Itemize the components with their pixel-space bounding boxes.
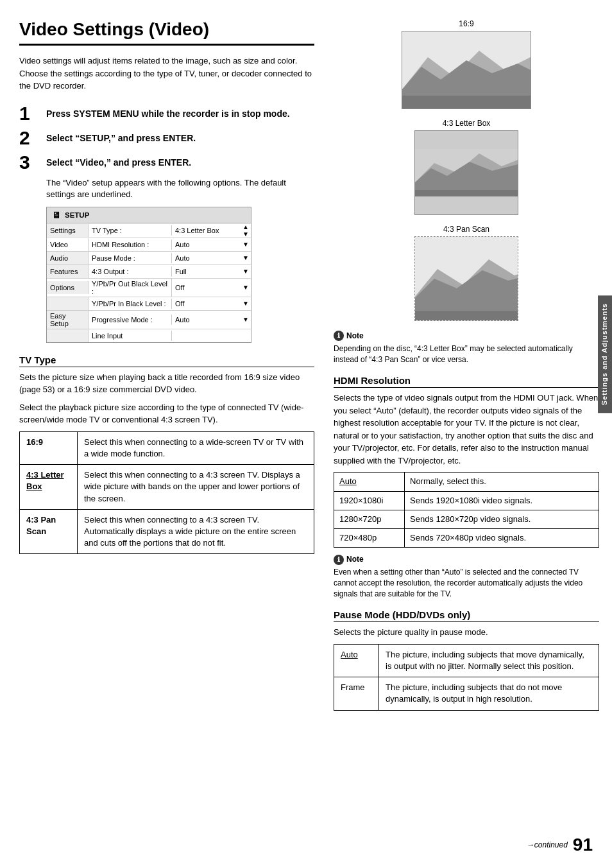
tv-option-row-panscan: 4:3 Pan Scan Select this when connecting… — [20, 509, 314, 554]
setup-label-lineinput: Line Input — [89, 331, 172, 341]
setup-label-tvtype: TV Type : — [89, 225, 172, 236]
setup-row-lineinput: Line Input — [47, 329, 251, 342]
intro-text: Video settings will adjust items related… — [19, 55, 314, 92]
setup-sidebar-options: Options — [47, 281, 89, 294]
tv-type-body2: Select the playback picture size accordi… — [19, 401, 314, 426]
step-1: 1 Press SYSTEM MENU while the recorder i… — [19, 104, 314, 123]
pause-row-frame: Frame The picture, including subjects th… — [334, 677, 599, 710]
setup-row-output: Features 4:3 Output : Full ▼ — [47, 265, 251, 279]
sidebar-tab: Settings and Adjustments — [598, 295, 612, 413]
step-2: 2 Select “SETUP,” and press ENTER. — [19, 128, 314, 148]
setup-row-ypbpr-in: Y/Pb/Pr In Black Level : Off ▼ — [47, 297, 251, 311]
svg-rect-5 — [415, 131, 518, 149]
tv-option-row-169: 16:9 Select this when connecting to a wi… — [20, 431, 314, 464]
pause-desc-frame: The picture, including subjects that do … — [379, 677, 599, 710]
step-1-number: 1 — [19, 104, 42, 123]
hdmi-row-1080i: 1920×1080i Sends 1920×1080i video signal… — [334, 491, 599, 510]
setup-arrow-output: ▼ — [241, 268, 251, 275]
tv-option-row-letterbox: 4:3 Letter Box Select this when connecti… — [20, 465, 314, 510]
setup-label-hdmi: HDMI Resolution : — [89, 239, 172, 250]
tv-type-body1: Sets the picture size when playing back … — [19, 371, 314, 396]
step-2-text: Select “SETUP,” and press ENTER. — [46, 128, 196, 145]
note1-title: ℹ Note — [334, 331, 599, 342]
hdmi-label-auto: Auto — [334, 473, 405, 491]
tv-option-label-169: 16:9 — [20, 431, 78, 464]
step-3-subtext: The “Video” setup appears with the follo… — [46, 177, 314, 200]
setup-icon: 🖥 — [52, 210, 61, 220]
hdmi-row-720p: 1280×720p Sends 1280×720p video signals. — [334, 510, 599, 528]
setup-row-pause: Audio Pause Mode : Auto ▼ — [47, 252, 251, 265]
setup-arrow-progressive: ▼ — [241, 316, 251, 323]
note1-icon: ℹ — [334, 331, 344, 341]
tv-type-heading: TV Type — [19, 354, 314, 367]
tv-image-panscan: 4:3 Pan Scan — [334, 225, 599, 323]
tv-image-label-panscan: 4:3 Pan Scan — [334, 225, 599, 234]
setup-arrow-ypbpr-out: ▼ — [241, 284, 251, 291]
pause-label-auto: Auto — [334, 644, 379, 677]
pause-table: Auto The picture, including subjects tha… — [334, 644, 599, 711]
step-3-text: Select “Video,” and press ENTER. — [46, 153, 191, 169]
hdmi-table: Auto Normally, select this. 1920×1080i S… — [334, 472, 599, 548]
setup-arrow-pause: ▼ — [241, 254, 251, 261]
svg-rect-14 — [415, 311, 518, 320]
setup-label-ypbpr-out: Y/Pb/Pr Out Black Level : — [89, 279, 172, 297]
setup-arrow-tvtype: ▲▼ — [241, 223, 251, 238]
setup-menu: 🖥 SETUP Settings TV Type : 4:3 Letter Bo… — [46, 207, 251, 343]
tv-image-letterbox: 4:3 Letter Box — [334, 119, 599, 217]
setup-sidebar-empty1 — [47, 297, 89, 310]
tv-image-169: 16:9 — [334, 19, 599, 111]
setup-row-ypbpr-out: Options Y/Pb/Pr Out Black Level : Off ▼ — [47, 279, 251, 297]
page-footer: →continued 91 — [527, 835, 593, 855]
tv-svg-panscan — [415, 237, 518, 320]
hdmi-label-720p: 1280×720p — [334, 510, 405, 528]
step-2-number: 2 — [19, 128, 42, 148]
note2-box: ℹ Note Even when a setting other than “A… — [334, 554, 599, 599]
svg-rect-3 — [402, 96, 531, 108]
setup-sidebar-easysetup: Easy Setup — [47, 311, 89, 329]
hdmi-label-480p: 720×480p — [334, 528, 405, 547]
tv-svg-169 — [402, 31, 531, 108]
setup-sidebar-video: Video — [47, 238, 89, 251]
page-number: 91 — [573, 835, 593, 855]
setup-value-progressive: Auto — [172, 315, 241, 325]
setup-label-ypbpr-in: Y/Pb/Pr In Black Level : — [89, 299, 172, 309]
pause-body: Selects the picture quality in pause mod… — [334, 626, 599, 639]
tv-screen-panscan — [414, 236, 518, 321]
tv-option-desc-panscan: Select this when connecting to a 4:3 scr… — [78, 509, 314, 554]
svg-rect-10 — [415, 190, 518, 196]
step-3: 3 Select “Video,” and press ENTER. — [19, 153, 314, 172]
svg-rect-6 — [415, 196, 518, 214]
note2-icon: ℹ — [334, 555, 344, 565]
step-3-number: 3 — [19, 153, 42, 172]
setup-arrow-ypbpr-in: ▼ — [241, 300, 251, 307]
tv-screen-letterbox — [414, 130, 518, 215]
note2-text: Even when a setting other than “Auto” is… — [334, 567, 599, 599]
hdmi-desc-auto: Normally, select this. — [405, 473, 599, 491]
tv-svg-letterbox — [415, 131, 518, 214]
step-1-text: Press SYSTEM MENU while the recorder is … — [46, 104, 290, 121]
hdmi-row-480p: 720×480p Sends 720×480p video signals. — [334, 528, 599, 547]
setup-value-tvtype: 4:3 Letter Box — [172, 225, 241, 236]
setup-header-label: SETUP — [65, 211, 89, 219]
setup-row-progressive: Easy Setup Progressive Mode : Auto ▼ — [47, 311, 251, 329]
setup-value-output: Full — [172, 266, 241, 277]
note1-text: Depending on the disc, “4:3 Letter Box” … — [334, 343, 599, 365]
tv-screen-169 — [402, 31, 531, 109]
pause-label-frame: Frame — [334, 677, 379, 710]
setup-label-output: 4:3 Output : — [89, 266, 172, 277]
setup-value-ypbpr-in: Off — [172, 299, 241, 309]
hdmi-row-auto: Auto Normally, select this. — [334, 473, 599, 491]
setup-label-pause: Pause Mode : — [89, 253, 172, 263]
pause-row-auto: Auto The picture, including subjects tha… — [334, 644, 599, 677]
hdmi-desc-480p: Sends 720×480p video signals. — [405, 528, 599, 547]
tv-option-label-letterbox: 4:3 Letter Box — [20, 465, 78, 510]
continued-text: →continued — [527, 840, 568, 849]
pause-heading: Pause Mode (HDD/DVDs only) — [334, 609, 599, 622]
setup-sidebar-features: Features — [47, 265, 89, 278]
hdmi-body: Selects the type of video signals output… — [334, 392, 599, 467]
tv-image-label-letterbox: 4:3 Letter Box — [334, 119, 599, 128]
setup-value-pause: Auto — [172, 253, 241, 263]
note1-box: ℹ Note Depending on the disc, “4:3 Lette… — [334, 331, 599, 365]
setup-value-hdmi: Auto — [172, 239, 241, 250]
setup-header: 🖥 SETUP — [47, 207, 251, 223]
